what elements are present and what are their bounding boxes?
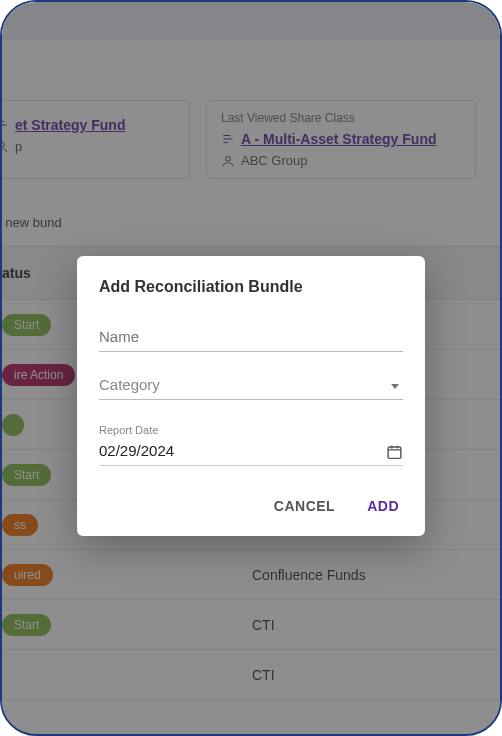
date-label: Report Date (99, 424, 403, 436)
date-input[interactable] (99, 438, 386, 465)
name-input[interactable] (99, 324, 403, 351)
cancel-button[interactable]: CANCEL (270, 492, 339, 520)
svg-rect-2 (388, 447, 401, 458)
dialog-title: Add Reconciliation Bundle (99, 278, 403, 296)
chevron-down-icon (391, 384, 399, 389)
report-date-field[interactable]: Report Date (99, 424, 403, 466)
calendar-icon[interactable] (386, 443, 403, 461)
category-placeholder: Category (99, 376, 403, 399)
modal-backdrop[interactable]: Add Reconciliation Bundle Category Repor… (2, 2, 500, 734)
name-field[interactable] (99, 324, 403, 352)
category-field[interactable]: Category (99, 376, 403, 400)
add-button[interactable]: ADD (363, 492, 403, 520)
app-frame: et Strategy Fund p Last Viewed Share Cla… (0, 0, 502, 736)
dialog-actions: CANCEL ADD (99, 492, 403, 520)
add-bundle-dialog: Add Reconciliation Bundle Category Repor… (77, 256, 425, 536)
